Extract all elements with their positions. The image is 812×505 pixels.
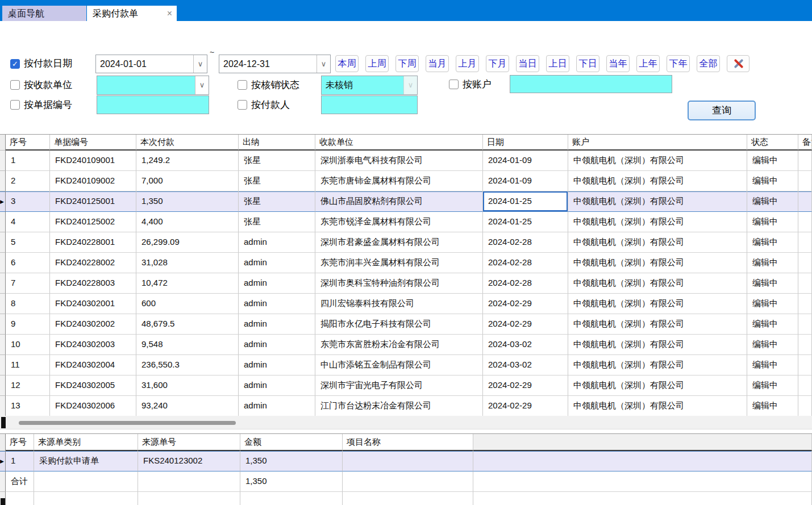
column-header[interactable]: 单据编号 (50, 135, 136, 151)
cell[interactable]: 四川宏锦泰科技有限公司 (315, 294, 483, 314)
cell[interactable]: FKD240109002 (50, 171, 136, 191)
payer-checkbox[interactable] (238, 100, 247, 110)
cell[interactable] (473, 492, 812, 505)
cell[interactable]: 东莞市唐铈金属材料有限公司 (315, 171, 483, 191)
writeoff-checkbox[interactable] (238, 80, 247, 90)
chevron-down-icon[interactable]: ∨ (193, 55, 207, 73)
quick-range-button[interactable]: 上周 (365, 55, 389, 72)
cell[interactable]: 1 (6, 451, 34, 471)
cell[interactable]: 中领航电机（深圳）有限公司 (568, 375, 747, 396)
cell[interactable] (798, 171, 812, 191)
cell[interactable]: 31,600 (136, 375, 239, 396)
table-row[interactable]: 9FKD24030200248,679.5admin揭阳市永亿电子科技有限公司2… (0, 314, 812, 335)
cell[interactable]: FKD240302003 (50, 335, 136, 355)
cell[interactable]: FKD240302006 (50, 396, 136, 416)
cell[interactable]: 采购付款申请单 (34, 451, 138, 471)
column-header[interactable]: 备注 (798, 135, 812, 151)
quick-range-button[interactable]: 全部 (697, 55, 720, 72)
cell[interactable]: 深圳市君豪盛金属材料有限公司 (315, 232, 483, 253)
cell[interactable]: 编辑中 (747, 171, 798, 191)
cell[interactable] (798, 294, 812, 314)
column-header[interactable]: 来源单类别 (34, 434, 138, 451)
chevron-down-icon[interactable]: ∨ (317, 55, 330, 73)
cell[interactable]: 2024-01-09 (483, 171, 568, 191)
cell[interactable]: FKD240302005 (50, 375, 136, 396)
column-header[interactable]: 序号 (6, 135, 50, 151)
cell[interactable]: admin (239, 253, 315, 273)
cell[interactable]: 2024-02-29 (483, 375, 568, 396)
cell[interactable]: FKD240228003 (50, 273, 136, 294)
row-header[interactable] (0, 355, 6, 375)
cell[interactable]: 编辑中 (747, 335, 798, 355)
cell[interactable]: 2024-02-28 (483, 273, 568, 294)
cell[interactable]: 揭阳市永亿电子科技有限公司 (315, 314, 483, 335)
cell[interactable]: 2024-02-29 (483, 294, 568, 314)
cell[interactable]: 2024-01-25 (483, 191, 568, 212)
cell[interactable]: 深圳市宇宙光电子有限公司 (315, 375, 483, 396)
cell[interactable]: admin (239, 314, 315, 335)
row-header[interactable] (0, 212, 6, 232)
account-input[interactable] (510, 75, 672, 93)
cell[interactable]: 编辑中 (747, 212, 798, 232)
cell[interactable]: 26,299.09 (136, 232, 239, 253)
row-header[interactable] (0, 396, 6, 416)
cell[interactable] (798, 253, 812, 273)
scrollbar-thumb[interactable] (19, 421, 236, 425)
payer-input[interactable] (321, 95, 418, 114)
cell[interactable]: 9,548 (136, 335, 239, 355)
payee-checkbox[interactable] (10, 80, 20, 90)
row-header[interactable] (0, 171, 6, 191)
quick-range-button[interactable]: 上月 (456, 55, 479, 72)
pay-date-checkbox[interactable]: ✓ (10, 59, 20, 69)
cell[interactable] (6, 492, 34, 505)
quick-range-button[interactable]: 当年 (606, 55, 630, 72)
row-header[interactable] (0, 335, 6, 355)
cell[interactable] (34, 492, 138, 505)
row-header[interactable] (0, 294, 6, 314)
cell[interactable]: 48,679.5 (136, 314, 239, 335)
cell[interactable]: 张星 (239, 191, 315, 212)
cell[interactable]: 1,350 (136, 191, 239, 212)
cell[interactable]: FKD240125001 (50, 191, 136, 212)
cell[interactable]: FKD240302002 (50, 314, 136, 335)
row-header[interactable] (0, 151, 6, 171)
cell[interactable]: 张星 (239, 171, 315, 191)
cell[interactable]: 中领航电机（深圳）有限公司 (568, 294, 747, 314)
cell[interactable]: 编辑中 (747, 375, 798, 396)
row-header[interactable] (0, 273, 6, 294)
cell[interactable] (798, 314, 812, 335)
cell[interactable]: admin (239, 335, 315, 355)
cell[interactable]: 1 (6, 151, 50, 171)
cell[interactable] (798, 375, 812, 396)
cell[interactable]: 2024-02-28 (483, 253, 568, 273)
cell[interactable]: 2024-03-02 (483, 355, 568, 375)
cell[interactable]: 1,249.2 (136, 151, 239, 171)
cell[interactable]: 编辑中 (747, 273, 798, 294)
cell[interactable]: 中领航电机（深圳）有限公司 (568, 253, 747, 273)
cell[interactable] (473, 451, 812, 471)
table-row[interactable]: 13FKD24030200693,240admin江门市台达粉末冶金有限公司20… (0, 396, 812, 416)
quick-range-button[interactable]: 当日 (516, 55, 539, 72)
cell[interactable]: 佛山市晶固胶粘剂有限公司 (315, 191, 483, 212)
cell[interactable]: admin (239, 294, 315, 314)
clear-filter-icon[interactable] (727, 55, 749, 72)
cell[interactable]: 2 (6, 171, 50, 191)
cell[interactable]: FKD240109001 (50, 151, 136, 171)
cell[interactable]: 2024-02-29 (483, 314, 568, 335)
doc-no-input[interactable] (97, 95, 209, 114)
cell[interactable] (798, 232, 812, 253)
row-header[interactable] (0, 375, 6, 396)
cell[interactable]: 中领航电机（深圳）有限公司 (568, 355, 747, 375)
cell[interactable]: 中领航电机（深圳）有限公司 (568, 151, 747, 171)
cell[interactable]: 编辑中 (747, 396, 798, 416)
tab-close-icon[interactable]: × (167, 6, 172, 21)
cell[interactable]: admin (239, 273, 315, 294)
cell[interactable]: admin (239, 396, 315, 416)
cell[interactable]: 中领航电机（深圳）有限公司 (568, 191, 747, 212)
cell[interactable]: 3 (6, 191, 50, 212)
cell[interactable]: 7 (6, 273, 50, 294)
column-header[interactable]: 来源单号 (138, 434, 240, 451)
cell[interactable]: 31,028 (136, 253, 239, 273)
writeoff-combo[interactable]: 未核销 ∨ (321, 76, 418, 95)
table-row[interactable]: 7FKD24022800310,472admin深圳市奥科宝特种油剂有限公司20… (0, 273, 812, 294)
